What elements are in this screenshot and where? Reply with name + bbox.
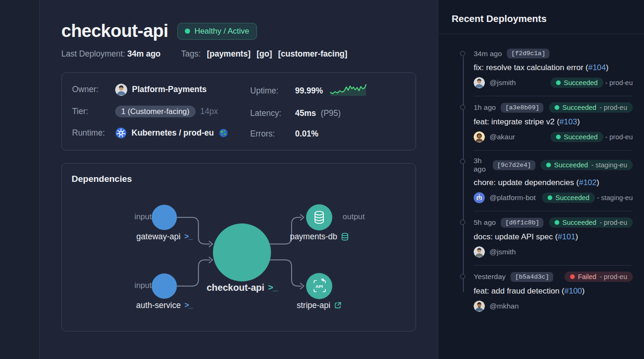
- deployment-item[interactable]: 5h ago [d6f1c8b] Succeeded- prod-eu docs…: [450, 211, 633, 266]
- tags-label: Tags:: [181, 49, 201, 59]
- last-deployment-value: 34m ago: [127, 49, 161, 58]
- status-text: Succeeded: [563, 219, 597, 226]
- deployment-item[interactable]: 1h ago [a3e8b09] Succeeded- prod-eu feat…: [450, 96, 633, 151]
- commit-hash[interactable]: [f2d9c1a]: [507, 49, 549, 58]
- service-metadata-card: Owner: Platform-Payments Tier: 1 (Custom…: [61, 72, 416, 151]
- pr-link[interactable]: #100: [564, 287, 582, 295]
- deployment-item[interactable]: Yesterday [b5a4d3c] Failed- prod-eu feat…: [450, 266, 633, 320]
- deployment-item[interactable]: 34m ago [f2d9c1a] fix: resolve tax calcu…: [450, 43, 633, 96]
- owner-avatar: [115, 84, 127, 96]
- node-auth-service[interactable]: [152, 273, 177, 299]
- deployment-time: 34m ago: [474, 50, 502, 58]
- gateway-api-label[interactable]: gateway-api >_: [117, 232, 211, 242]
- deployment-author-row: @platform-bot Succeeded- staging-eu: [474, 192, 633, 203]
- left-nav-rail: [0, 0, 40, 359]
- author-name: @mkhan: [490, 302, 519, 310]
- author-avatar: [474, 131, 485, 143]
- pr-link[interactable]: #101: [558, 232, 576, 241]
- environment-label: - staging-eu: [597, 194, 633, 201]
- sidebar-header: Recent Deployments: [439, 0, 644, 34]
- commit-hash[interactable]: [a3e8b09]: [501, 103, 543, 113]
- deployment-time: 1h ago: [474, 103, 496, 112]
- commit-message-text: ): [597, 178, 600, 187]
- deployment-time: Yesterday: [474, 273, 505, 281]
- checkout-api-label[interactable]: checkout-api >_: [195, 282, 289, 293]
- pr-link[interactable]: #103: [559, 117, 577, 126]
- deployment-meta-row: 34m ago [f2d9c1a]: [474, 49, 633, 58]
- author-avatar: [474, 77, 485, 88]
- node-label-text: checkout-api: [206, 282, 264, 293]
- commit-message: fix: resolve tax calculation error (#104…: [474, 63, 633, 72]
- environment-label: - prod-eu: [600, 219, 627, 226]
- commit-message-text: feat: add fraud detection (: [474, 287, 564, 295]
- terminal-icon: >_: [184, 232, 192, 241]
- owner-value: Platform-Payments: [132, 85, 207, 94]
- payments-db-label[interactable]: payments-db: [272, 232, 366, 242]
- environment-label: - prod-eu: [600, 273, 627, 280]
- owner-value-cell: Platform-Payments: [115, 83, 238, 96]
- commit-message-text: ): [582, 287, 585, 295]
- recent-deployments-panel: Recent Deployments 34m ago [f2d9c1a] fix…: [439, 0, 644, 359]
- commit-hash[interactable]: [9c7d2e4]: [493, 160, 535, 170]
- deployment-author-row: @jsmith Succeeded- prod-eu: [474, 77, 633, 88]
- environment-label: - prod-eu: [600, 104, 627, 111]
- environment-label: - prod-eu: [605, 79, 633, 86]
- status-group: Succeeded- prod-eu: [550, 78, 633, 88]
- commit-message: docs: update API spec (#101): [474, 232, 633, 242]
- terminal-icon: >_: [268, 282, 278, 293]
- node-checkout-api[interactable]: [213, 223, 271, 281]
- auth-service-label[interactable]: auth-service >_: [117, 301, 211, 310]
- pr-link[interactable]: #102: [579, 178, 597, 187]
- tags: [payments] [go] [customer-facing]: [207, 49, 347, 59]
- deployments-timeline: 34m ago [f2d9c1a] fix: resolve tax calcu…: [450, 43, 633, 320]
- author-name: @jsmith: [490, 248, 516, 256]
- status-text: Succeeded: [564, 79, 598, 86]
- latency-value: 45ms: [295, 108, 316, 118]
- last-deployment-label: Last Deployment:: [61, 49, 125, 58]
- status-group: Succeeded- staging-eu: [542, 193, 633, 203]
- tags-group: Tags: [payments] [go] [customer-facing]: [181, 49, 347, 59]
- deployment-item[interactable]: 3h ago [9c7d2e4] Succeeded- staging-eu c…: [450, 151, 633, 211]
- deployment-author-row: @akaur Succeeded- prod-eu: [474, 131, 633, 143]
- status-badge: Succeeded: [550, 78, 604, 88]
- environment-label: - staging-eu: [591, 161, 627, 169]
- status-dot-icon: [555, 105, 559, 110]
- status-group: Succeeded- prod-eu: [550, 132, 633, 142]
- stripe-api-label[interactable]: stripe-api: [272, 301, 366, 310]
- deployment-meta-row: 1h ago [a3e8b09] Succeeded- prod-eu: [474, 102, 633, 113]
- status-dot-icon: [556, 135, 561, 139]
- environment-label: - prod-eu: [605, 133, 633, 141]
- runtime-label: Runtime:: [72, 128, 115, 138]
- author-avatar: [474, 301, 485, 312]
- pr-link[interactable]: #104: [588, 63, 606, 72]
- commit-message-text: docs: update API spec (: [474, 232, 558, 241]
- commit-message-text: ): [606, 63, 609, 72]
- errors-label: Errors:: [250, 129, 295, 139]
- tier-value-cell: 1 (Customer-facing) 14px: [115, 105, 238, 118]
- tier-label: Tier:: [72, 107, 115, 116]
- status-badge: Succeeded- staging-eu: [541, 160, 633, 170]
- errors-value-cell: 0.01%: [295, 128, 405, 140]
- kubernetes-icon: [115, 127, 127, 139]
- latency-label: Latency:: [250, 108, 295, 118]
- status-badge: Succeeded- prod-eu: [549, 102, 633, 113]
- status-dot-icon: [546, 163, 551, 167]
- commit-hash[interactable]: [d6f1c8b]: [501, 218, 543, 228]
- uptime-sparkline-chart: [329, 83, 367, 99]
- commit-message: feat: integrate stripe v2 (#103): [474, 117, 633, 127]
- commit-message: feat: add fraud detection (#100): [474, 287, 633, 296]
- status-text: Succeeded: [554, 161, 588, 169]
- tier-badge: 1 (Customer-facing): [115, 106, 196, 117]
- author-name: @platform-bot: [490, 194, 535, 202]
- external-link-icon[interactable]: [334, 302, 342, 309]
- node-gateway-api[interactable]: [152, 205, 177, 230]
- status-dot-icon: [185, 29, 190, 34]
- author-name: @jsmith: [490, 79, 516, 87]
- status-text: Succeeded: [563, 104, 597, 111]
- page-title: checkout-api: [61, 22, 168, 41]
- deployment-meta-row: Yesterday [b5a4d3c] Failed- prod-eu: [474, 272, 633, 282]
- commit-message-text: ): [577, 117, 580, 126]
- status-text: Succeeded: [556, 194, 590, 201]
- commit-hash[interactable]: [b5a4d3c]: [511, 272, 553, 282]
- status-dot-icon: [548, 195, 552, 200]
